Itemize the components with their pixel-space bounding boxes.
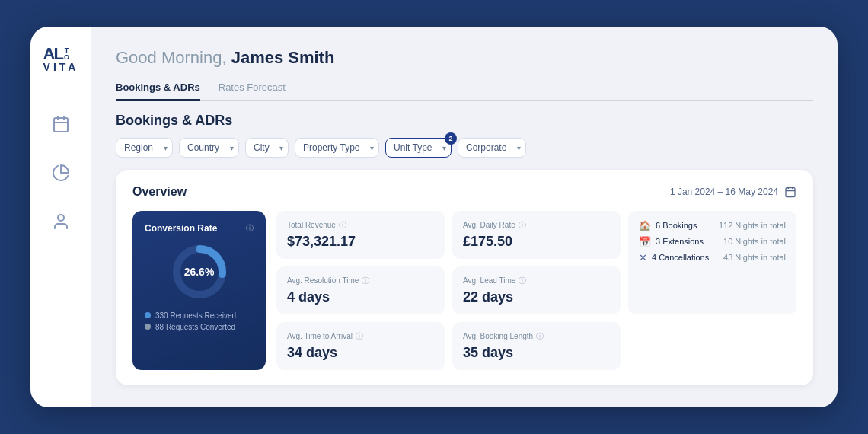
donut-label: 26.6% [184,266,215,278]
metric-time-arrival: Avg. Time to Arrival ⓘ 34 days [276,322,445,370]
overview-title: Overview [132,185,187,199]
logo-text: AL T O VITA [43,45,79,74]
adr-info-icon[interactable]: ⓘ [519,220,526,231]
revenue-info-icon[interactable]: ⓘ [339,220,346,231]
metric-label-adr: Avg. Daily Rate ⓘ [463,220,610,231]
chart-icon[interactable] [47,159,75,187]
lead-info-icon[interactable]: ⓘ [519,276,526,286]
region-filter[interactable]: Region [116,138,173,158]
section-title: Bookings & ADRs [116,113,813,129]
bookings-row: 🏠 6 Bookings 112 Nights in total [639,220,786,231]
metric-total-revenue: Total Revenue ⓘ $73,321.17 [276,211,445,259]
bookings-left: 🏠 6 Bookings [639,220,697,231]
conversion-card: Conversion Rate ⓘ 26.6% [132,211,266,370]
cancellations-row: ✕ 4 Cancellations 43 Nights in total [639,252,786,263]
stat-dot-received [145,312,151,318]
donut-chart: 26.6% [169,241,230,302]
tab-bookings-adrs[interactable]: Bookings & ADRs [116,81,200,101]
date-range: 1 Jan 2024 – 16 May 2024 [670,186,796,198]
metric-lead-time: Avg. Lead Time ⓘ 22 days [452,266,621,314]
conv-header: Conversion Rate ⓘ [145,223,254,234]
extensions-left: 📅 3 Extensions [639,236,704,247]
tab-rates-forecast[interactable]: Rates Forecast [219,81,286,100]
overview-card: Overview 1 Jan 2024 – 16 May 2024 Conver… [116,170,813,385]
logo: AL T O VITA [43,45,79,74]
arrival-info-icon[interactable]: ⓘ [356,331,363,342]
metric-booking-length: Avg. Booking Length ⓘ 35 days [452,322,621,370]
metric-avg-daily-rate: Avg. Daily Rate ⓘ £175.50 [452,211,621,259]
main-card: AL T O VITA [30,27,838,407]
extensions-row: 📅 3 Extensions 10 Nights in total [639,236,786,247]
date-range-text: 1 Jan 2024 – 16 May 2024 [670,187,778,197]
main-content: Good Morning, James Smith Bookings & ADR… [91,27,838,407]
unit-type-filter-wrapper: Unit Type 2 [385,138,452,158]
cancellations-left: ✕ 4 Cancellations [639,252,709,263]
metric-value-arrival: 34 days [287,345,434,361]
country-filter-wrapper: Country [179,138,239,158]
resolution-info-icon[interactable]: ⓘ [362,276,369,286]
metric-value-adr: £175.50 [463,234,610,250]
property-type-filter-wrapper: Property Type [295,138,379,158]
corporate-filter-wrapper: Corporate [458,138,526,158]
sidebar: AL T O VITA [30,27,91,407]
corporate-filter[interactable]: Corporate [458,138,526,158]
unit-type-filter[interactable]: Unit Type [385,138,452,158]
country-filter[interactable]: Country [179,138,239,158]
metric-value-resolution: 4 days [287,289,434,305]
conv-info-icon[interactable]: ⓘ [246,223,254,234]
metrics-grid: Total Revenue ⓘ $73,321.17 Avg. Daily Ra… [276,211,796,370]
donut-container: 26.6% [145,241,254,302]
greeting-prefix: Good Morning, [116,48,227,67]
city-filter[interactable]: City [245,138,289,158]
metric-value-revenue: $73,321.17 [287,234,434,250]
svg-rect-0 [54,118,68,132]
user-icon[interactable] [47,208,75,235]
city-filter-wrapper: City [245,138,289,158]
region-filter-wrapper: Region [116,138,173,158]
overview-header: Overview 1 Jan 2024 – 16 May 2024 [132,185,796,199]
conv-stats: 330 Requests Received 88 Requests Conver… [145,311,254,331]
conv-title: Conversion Rate [145,223,217,234]
stat-label-received: 330 Requests Received [155,311,236,320]
conv-stat-converted: 88 Requests Converted [145,323,254,331]
metric-label-revenue: Total Revenue ⓘ [287,220,434,231]
filters-bar: Region Country City Property Type [116,138,813,158]
metric-label-lead: Avg. Lead Time ⓘ [463,276,610,286]
bookings-nights: 112 Nights in total [719,221,786,230]
stat-dot-converted [145,324,151,330]
bookings-label: 6 Bookings [656,221,697,230]
metric-label-arrival: Avg. Time to Arrival ⓘ [287,331,434,342]
property-type-filter[interactable]: Property Type [295,138,379,158]
extensions-nights: 10 Nights in total [723,237,786,246]
svg-rect-5 [786,187,795,196]
cancellations-label: 4 Cancellations [652,253,709,262]
conv-stat-received: 330 Requests Received [145,311,254,320]
tab-bar: Bookings & ADRs Rates Forecast [116,81,813,101]
unit-type-badge: 2 [445,132,457,145]
calendar-icon[interactable] [47,110,75,138]
sidebar-icons [47,110,75,235]
cancellations-nights: 43 Nights in total [723,253,786,262]
metric-label-resolution: Avg. Resolution Time ⓘ [287,276,434,286]
user-name: James Smith [231,48,335,67]
stat-label-converted: 88 Requests Converted [155,323,235,331]
extensions-label: 3 Extensions [656,237,704,246]
extension-icon: 📅 [639,236,651,247]
metric-label-booking-length: Avg. Booking Length ⓘ [463,331,610,342]
metric-resolution-time: Avg. Resolution Time ⓘ 4 days [276,266,445,314]
calendar-icon[interactable] [784,186,796,198]
overview-body: Conversion Rate ⓘ 26.6% [132,211,796,370]
cancel-icon: ✕ [639,252,647,263]
metric-value-lead: 22 days [463,289,610,305]
bookings-info-card: 🏠 6 Bookings 112 Nights in total 📅 3 Ext… [628,211,796,314]
home-icon: 🏠 [639,220,651,231]
metric-value-booking-length: 35 days [463,345,610,361]
greeting: Good Morning, James Smith [116,48,813,68]
svg-point-4 [58,215,64,221]
booking-length-info-icon[interactable]: ⓘ [536,331,544,342]
